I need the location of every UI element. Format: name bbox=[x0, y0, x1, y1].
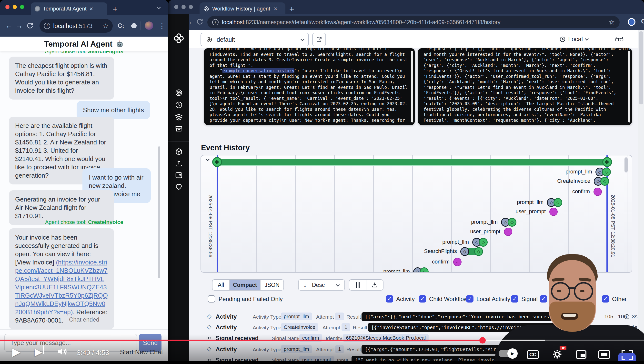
settings-button[interactable]: HD bbox=[552, 349, 562, 360]
site-info-icon[interactable]: i bbox=[212, 19, 218, 25]
tab-json[interactable]: JSON bbox=[260, 280, 284, 290]
new-tab-button[interactable]: + bbox=[289, 4, 294, 14]
activity-completed-marker[interactable]: ◇ bbox=[554, 198, 562, 207]
sort-desc-button[interactable]: ↓ Desc bbox=[298, 280, 330, 290]
activity-completed-marker[interactable]: ◇ bbox=[479, 238, 488, 247]
activity-completed-marker[interactable]: ◇ bbox=[474, 247, 483, 256]
tab-search-chevron-icon[interactable] bbox=[157, 5, 161, 9]
close-window-button[interactable] bbox=[5, 5, 10, 9]
event-id-link[interactable]: 105 bbox=[602, 314, 613, 320]
timeline-scrollbar[interactable] bbox=[624, 157, 628, 172]
page-scrollbar-track[interactable] bbox=[638, 30, 644, 364]
sort-dropdown-button[interactable] bbox=[330, 280, 344, 290]
bookmark-star-icon[interactable]: ☆ bbox=[102, 22, 108, 30]
volume-icon[interactable] bbox=[56, 346, 68, 357]
filter-timer-checkbox[interactable]: ✓ bbox=[540, 295, 547, 302]
activity-type-chip: CreateInvoice bbox=[281, 323, 318, 331]
minimize-window-button[interactable] bbox=[182, 5, 186, 9]
theater-mode-button[interactable] bbox=[598, 350, 610, 359]
timeline-event-label: prompt_llm bbox=[466, 199, 544, 206]
sidebar-labs-icon[interactable] bbox=[175, 171, 183, 179]
sidebar-import-icon[interactable] bbox=[175, 160, 183, 167]
extension-c-icon[interactable]: C: bbox=[641, 18, 644, 25]
activity-completed-marker[interactable]: ◇ bbox=[508, 218, 516, 227]
forward-icon[interactable]: → bbox=[16, 22, 23, 30]
zoom-window-button[interactable] bbox=[189, 5, 193, 9]
close-tab-icon[interactable]: × bbox=[90, 5, 93, 13]
close-window-button[interactable] bbox=[174, 5, 178, 9]
back-icon[interactable]: ← bbox=[5, 22, 13, 30]
signal-marker[interactable]: ·· bbox=[504, 228, 512, 236]
open-namespace-button[interactable] bbox=[312, 33, 326, 46]
bookmark-star-icon[interactable]: ☆ bbox=[609, 18, 615, 26]
workflow-input-json-panel[interactable]: "description": "Help the user gather arg… bbox=[204, 48, 415, 125]
fullscreen-button[interactable] bbox=[622, 350, 633, 360]
activity-completed-marker[interactable]: ◇ bbox=[602, 168, 611, 176]
filter-child-workflow-checkbox[interactable]: ✓ bbox=[419, 295, 426, 302]
close-tab-icon[interactable]: × bbox=[274, 5, 277, 13]
tab-workflow-history[interactable]: Workflow History | agent-wor × bbox=[200, 2, 286, 15]
activity-scheduled-marker[interactable]: ◇ bbox=[460, 247, 469, 256]
presenter-eye bbox=[557, 290, 561, 292]
profile-avatar[interactable] bbox=[145, 22, 153, 30]
tab-compact[interactable]: Compact bbox=[230, 280, 260, 290]
reload-icon[interactable] bbox=[26, 22, 34, 29]
url-bar[interactable]: i localhost:5173 ☆ bbox=[40, 19, 113, 33]
workflow-execution-bar[interactable] bbox=[217, 159, 607, 166]
zoom-window-button[interactable] bbox=[20, 5, 24, 9]
site-info-icon[interactable]: i bbox=[44, 23, 50, 29]
activity-type-chip: prompt_llm bbox=[281, 312, 312, 320]
new-tab-button[interactable]: + bbox=[113, 4, 118, 14]
timezone-select[interactable]: Local bbox=[559, 36, 588, 43]
filter-signal-checkbox[interactable]: ✓ bbox=[511, 295, 518, 302]
minimize-window-button[interactable] bbox=[13, 5, 17, 9]
code-scrollbar[interactable] bbox=[411, 51, 413, 122]
subtitles-button[interactable]: CC bbox=[527, 350, 539, 359]
reload-icon[interactable] bbox=[196, 18, 204, 25]
next-button[interactable]: ▶ bbox=[35, 346, 44, 358]
duration: 3s bbox=[632, 314, 638, 320]
sidebar-namespaces-icon[interactable] bbox=[175, 148, 183, 156]
conversation-history-json-panel[interactable]: 'response': {'args': {}, 'next': 'questi… bbox=[418, 48, 632, 125]
chat-scrollbar-thumb[interactable] bbox=[158, 146, 160, 278]
pending-failed-checkbox[interactable] bbox=[208, 295, 215, 302]
timeline-event-label: confirm bbox=[512, 188, 590, 195]
pause-updates-button[interactable] bbox=[349, 280, 366, 290]
data-encoder-glasses-icon[interactable] bbox=[615, 36, 624, 42]
url-bar[interactable]: i localhost:8233/namespaces/default/work… bbox=[207, 16, 620, 28]
sidebar-workflows-icon[interactable] bbox=[175, 89, 183, 96]
video-playhead[interactable] bbox=[479, 337, 486, 344]
result-code-chip: [{"args":{},"next":"done","response":"Yo… bbox=[362, 312, 569, 321]
activity-completed-marker[interactable]: ◇ bbox=[420, 268, 428, 273]
password-extension-icon[interactable] bbox=[627, 17, 636, 26]
filter-activity-checkbox[interactable]: ✓ bbox=[386, 295, 393, 302]
miniplayer-button[interactable] bbox=[576, 350, 586, 359]
extension-c-icon[interactable]: C: bbox=[118, 22, 124, 30]
filter-local-activity-checkbox[interactable]: ✓ bbox=[466, 295, 474, 302]
tab-temporal-ai-agent[interactable]: Temporal AI Agent × bbox=[31, 2, 107, 15]
browser-menu-icon[interactable]: ⋮ bbox=[158, 22, 166, 30]
signal-marker[interactable]: ·· bbox=[594, 188, 602, 196]
activity-completed-marker[interactable]: ◇ bbox=[600, 177, 609, 186]
sidebar-batch-icon[interactable] bbox=[175, 113, 183, 121]
code-lines: FindEvents: Find an event to travel to 2… bbox=[210, 52, 409, 68]
code-scrollbar[interactable] bbox=[628, 51, 630, 122]
signal-marker[interactable]: ·· bbox=[453, 258, 462, 266]
signal-marker[interactable]: ·· bbox=[549, 208, 558, 216]
workflow-start-marker[interactable] bbox=[212, 157, 222, 167]
autoplay-toggle[interactable]: ▶ bbox=[498, 350, 517, 357]
sidebar-schedules-icon[interactable] bbox=[175, 101, 183, 109]
download-history-button[interactable] bbox=[366, 280, 383, 290]
timeline-event-label: prompt_llm bbox=[332, 268, 410, 273]
namespace-select[interactable]: default bbox=[200, 33, 309, 46]
extensions-puzzle-icon[interactable] bbox=[130, 22, 138, 30]
workflow-end-marker[interactable] bbox=[602, 157, 612, 167]
invoice-link[interactable]: (https://invoice.stripe.com/i/acct_1NBOL… bbox=[15, 258, 108, 316]
play-button[interactable]: ▶ bbox=[12, 346, 20, 358]
collapse-timeline-chevron-icon[interactable] bbox=[206, 157, 210, 161]
tab-all[interactable]: All bbox=[212, 280, 230, 290]
sidebar-archive-icon[interactable] bbox=[175, 125, 183, 133]
sidebar-feedback-heart-icon[interactable] bbox=[175, 183, 183, 191]
filter-other-checkbox[interactable]: ✓ bbox=[602, 295, 609, 302]
page-scrollbar-thumb[interactable] bbox=[639, 31, 643, 104]
